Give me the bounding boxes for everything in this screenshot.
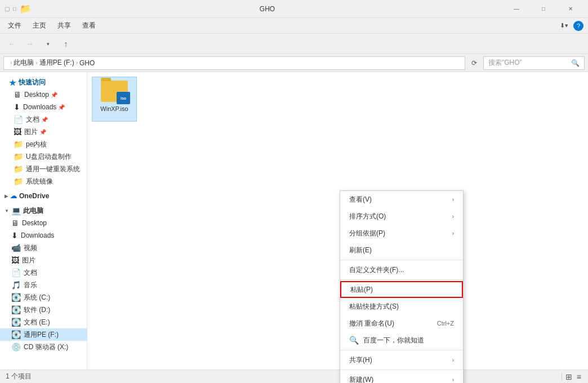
ctx-customize[interactable]: 自定义文件夹(F)... <box>340 261 463 278</box>
drive-x-icon: 💿 <box>11 342 21 351</box>
ctx-view[interactable]: 查看(V) › <box>340 191 463 208</box>
file-item-winxp[interactable]: iso WinXP.iso <box>92 77 137 122</box>
iso-badge: iso <box>117 92 130 104</box>
close-button[interactable]: ✕ <box>558 0 583 18</box>
options-button[interactable]: ⬇▾ <box>555 18 572 34</box>
pe-icon: 📁 <box>14 140 23 149</box>
ctx-paste[interactable]: 粘贴(P) <box>340 281 463 298</box>
quick-access-section: ★ 快速访问 🖥 Desktop 📌 ⬇ Downloads 📌 📄 文档 📌 … <box>0 74 87 188</box>
sidebar-item-music[interactable]: 🎵 音乐 <box>0 279 87 291</box>
collapse-icon: ▶ <box>5 194 8 199</box>
sidebar-drive-x[interactable]: 💿 CD 驱动器 (X:) <box>0 341 87 353</box>
ctx-group[interactable]: 分组依据(P) › <box>340 225 463 242</box>
sidebar-drive-c[interactable]: 💽 系统 (C:) <box>0 291 87 304</box>
sidebar: ★ 快速访问 🖥 Desktop 📌 ⬇ Downloads 📌 📄 文档 📌 … <box>0 72 87 369</box>
videos-icon: 📹 <box>11 243 21 252</box>
refresh-button[interactable]: ⟳ <box>467 56 481 70</box>
ctx-baidu[interactable]: 🔍 百度一下，你就知道 <box>340 332 463 349</box>
breadcrumb-box[interactable]: › 此电脑 › 通用PE (F:) › GHO <box>3 56 465 70</box>
ctx-arrow-new: › <box>452 377 454 383</box>
ctx-sep-1 <box>340 260 463 260</box>
view-separator <box>562 373 562 381</box>
pics-icon: 🖼 <box>11 256 19 265</box>
ctx-sort[interactable]: 排序方式(O) › <box>340 208 463 225</box>
forward-button[interactable]: → <box>21 36 38 52</box>
title-bar: ▢ □ 📁 GHO — □ ✕ <box>0 0 588 18</box>
ctx-arrow-share: › <box>452 357 454 363</box>
sidebar-item-desktop[interactable]: 🖥 Desktop 📌 <box>0 88 87 101</box>
sidebar-drive-e[interactable]: 💽 文档 (E:) <box>0 316 87 328</box>
file-label: WinXP.iso <box>96 105 133 112</box>
breadcrumb-arrow: › <box>10 60 12 66</box>
folder-icon: iso <box>101 81 128 102</box>
back-button[interactable]: ← <box>3 36 20 52</box>
pin-icon2: 📌 <box>58 104 65 110</box>
pin-icon4: 📌 <box>39 129 46 135</box>
thispc-header[interactable]: ▼ 💻 此电脑 <box>0 204 87 217</box>
menu-share[interactable]: 共享 <box>52 19 77 33</box>
comp-desktop-icon: 🖥 <box>11 219 19 228</box>
sidebar-drive-d[interactable]: 💽 软件 (D:) <box>0 304 87 316</box>
help-button[interactable]: ? <box>573 21 583 31</box>
ctx-undo[interactable]: 撤消 重命名(U) Ctrl+Z <box>340 315 463 332</box>
ctx-refresh[interactable]: 刷新(E) <box>340 242 463 259</box>
pictures-icon: 🖼 <box>14 127 21 136</box>
breadcrumb-arrow3: › <box>76 60 78 66</box>
ctx-arrow-sort: › <box>452 213 454 220</box>
breadcrumb-arrow2: › <box>35 60 37 66</box>
quick-access-label: ★ 快速访问 <box>0 74 87 88</box>
window-folder-icon: 📁 <box>20 3 31 14</box>
sidebar-item-pe[interactable]: 📁 pe内核 <box>0 138 87 150</box>
sidebar-item-videos[interactable]: 📹 视频 <box>0 242 87 254</box>
recent-locations-button[interactable]: ▾ <box>39 36 56 52</box>
breadcrumb-folder[interactable]: GHO <box>79 59 95 67</box>
content-area[interactable]: iso WinXP.iso 查看(V) › 排序方式(O) › 分组依据(P) … <box>87 72 588 369</box>
desktop-icon: 🖥 <box>14 90 21 99</box>
file-icon-wrap: iso <box>101 81 128 102</box>
menu-view[interactable]: 查看 <box>77 19 101 33</box>
sidebar-item-docs[interactable]: 📄 文档 <box>0 266 87 279</box>
breadcrumb-drive[interactable]: 通用PE (F:) <box>39 58 74 68</box>
drive-e-icon: 💽 <box>11 318 21 327</box>
computer-icon: 💻 <box>11 206 21 215</box>
sidebar-item-sysimage[interactable]: 📁 系统镜像 <box>0 175 87 188</box>
status-bar-right: ⊞ ≡ <box>562 371 582 382</box>
sidebar-drive-f[interactable]: 💽 通用PE (F:) <box>0 328 87 341</box>
list-view-button[interactable]: ≡ <box>576 371 582 382</box>
ctx-arrow-view: › <box>452 197 454 203</box>
drive-f-icon: 💽 <box>11 330 21 339</box>
breadcrumb-pc[interactable]: 此电脑 <box>14 58 34 68</box>
title-bar-controls: — □ ✕ <box>504 0 583 18</box>
search-box[interactable]: 搜索"GHO" 🔍 <box>483 56 585 70</box>
ctx-paste-shortcut[interactable]: 粘贴快捷方式(S) <box>340 298 463 315</box>
menu-file[interactable]: 文件 <box>2 19 27 33</box>
udisk-icon: 📁 <box>14 152 23 161</box>
toolbar: ← → ▾ ↑ <box>0 34 588 54</box>
sidebar-item-pictures[interactable]: 🖼 图片 📌 <box>0 126 87 138</box>
sidebar-item-pics[interactable]: 🖼 图片 <box>0 254 87 266</box>
sidebar-item-udisk[interactable]: 📁 U盘启动盘制作 <box>0 150 87 163</box>
sidebar-item-computer-downloads[interactable]: ⬇ Downloads <box>0 229 87 242</box>
sidebar-item-computer-desktop[interactable]: 🖥 Desktop <box>0 217 87 229</box>
ctx-sep-3 <box>340 350 463 350</box>
grid-view-button[interactable]: ⊞ <box>564 371 573 382</box>
minimize-button[interactable]: — <box>504 0 529 18</box>
sidebar-item-reinstall[interactable]: 📁 通用一键重装系统 <box>0 163 87 175</box>
sidebar-item-documents[interactable]: 📄 文档 📌 <box>0 113 87 126</box>
menu-home[interactable]: 主页 <box>27 19 52 33</box>
ctx-share[interactable]: 共享(H) › <box>340 351 463 368</box>
search-icon: 🔍 <box>571 59 580 67</box>
onedrive-header[interactable]: ▶ ☁ OneDrive <box>0 190 87 202</box>
title-bar-title: GHO <box>31 5 504 13</box>
drive-c-icon: 💽 <box>11 293 21 302</box>
maximize-button[interactable]: □ <box>531 0 556 18</box>
sysimage-icon: 📁 <box>14 177 23 186</box>
downloads-icon: ⬇ <box>14 103 20 112</box>
ctx-new[interactable]: 新建(W) › <box>340 371 463 383</box>
music-icon: 🎵 <box>11 280 21 290</box>
status-bar: 1 个项目 ⊞ ≡ <box>0 369 588 383</box>
status-count: 1 个项目 <box>6 372 32 381</box>
reinstall-icon: 📁 <box>14 164 23 173</box>
sidebar-item-downloads[interactable]: ⬇ Downloads 📌 <box>0 101 87 113</box>
up-button[interactable]: ↑ <box>57 36 74 52</box>
